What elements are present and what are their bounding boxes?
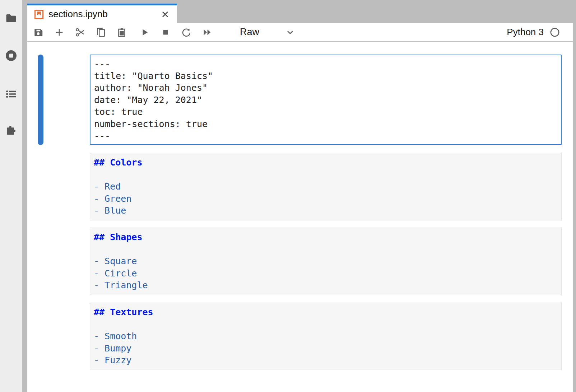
restart-run-all-button[interactable] [202, 27, 213, 38]
markdown-list-line: - Fuzzy [94, 354, 561, 367]
left-activity-sidebar [0, 0, 22, 392]
code-line: number-sections: true [94, 118, 561, 130]
paste-cells-button[interactable] [116, 27, 127, 38]
puzzle-icon [5, 124, 18, 137]
markdown-list-line: - Green [94, 193, 561, 205]
restart-icon [181, 27, 192, 38]
main-area: sections.ipynb [27, 0, 576, 392]
code-line: --- [94, 130, 561, 142]
code-line: author: "Norah Jones" [94, 82, 561, 94]
close-icon[interactable] [161, 10, 170, 19]
sidebar-item-file-browser[interactable] [5, 12, 18, 25]
cut-cells-button[interactable] [75, 27, 85, 38]
markdown-cell-shapes[interactable]: ## Shapes - Square - Circle - Triangle [90, 228, 562, 295]
folder-icon [5, 12, 18, 25]
markdown-header-line: ## Colors [94, 157, 561, 169]
raw-cell-editor[interactable]: --- title: "Quarto Basics" author: "Nora… [90, 55, 562, 145]
run-cell-button[interactable] [139, 27, 150, 38]
sidebar-item-extension-manager[interactable] [5, 124, 18, 137]
markdown-list-line: - Circle [94, 267, 561, 280]
chevron-down-icon [285, 27, 295, 37]
markdown-cell-colors[interactable]: ## Colors - Red - Green - Blue [90, 153, 562, 220]
code-line: title: "Quarto Basics" [94, 70, 561, 82]
stop-icon [160, 27, 171, 38]
code-line: toc: true [94, 106, 561, 118]
copy-cells-button[interactable] [96, 27, 106, 38]
code-line: --- [94, 58, 561, 70]
sidebar-item-table-of-contents[interactable] [5, 88, 18, 101]
stop-circle-icon [5, 49, 18, 62]
blank-line [94, 318, 561, 331]
cell-type-value: Raw [240, 27, 259, 38]
fast-forward-icon [202, 27, 213, 38]
kernel-name[interactable]: Python 3 [507, 27, 544, 38]
run-icon [139, 27, 150, 38]
insert-cell-button[interactable] [54, 27, 65, 38]
notebook-toolbar: Raw Python 3 [27, 23, 576, 42]
list-icon [5, 88, 18, 101]
markdown-cell-textures[interactable]: ## Textures - Smooth - Bumpy - Fuzzy [90, 303, 562, 370]
notebook-panel: --- title: "Quarto Basics" author: "Nora… [27, 42, 573, 392]
code-line: date: "May 22, 2021" [94, 94, 561, 106]
cell-type-select[interactable]: Raw [240, 27, 295, 38]
copy-icon [96, 27, 106, 38]
sidebar-item-running-sessions[interactable] [5, 49, 18, 62]
markdown-header-line: ## Shapes [94, 231, 561, 243]
blank-line [94, 169, 561, 181]
active-cell-collapser[interactable] [38, 55, 43, 145]
save-button[interactable] [33, 27, 44, 38]
markdown-list-line: - Square [94, 255, 561, 267]
markdown-list-line: - Smooth [94, 330, 561, 342]
sidebar-splitter[interactable] [22, 0, 27, 392]
cut-icon [75, 27, 85, 38]
markdown-list-line: - Bumpy [94, 342, 561, 355]
plus-icon [54, 27, 65, 38]
restart-kernel-button[interactable] [181, 27, 192, 38]
tab-bar: sections.ipynb [27, 0, 576, 23]
scrollbar-gutter [573, 0, 576, 392]
paste-icon [116, 27, 127, 38]
kernel-indicator: Python 3 [507, 27, 576, 38]
markdown-list-line: - Blue [94, 205, 561, 217]
kernel-status-circle-icon [550, 27, 560, 37]
interrupt-kernel-button[interactable] [160, 27, 171, 38]
notebook-icon [34, 9, 44, 20]
tab-title: sections.ipynb [48, 9, 108, 20]
markdown-list-line: - Red [94, 181, 561, 193]
blank-line [94, 243, 561, 256]
markdown-list-line: - Triangle [94, 279, 561, 291]
markdown-header-line: ## Textures [94, 306, 561, 318]
tab-sections-ipynb[interactable]: sections.ipynb [27, 4, 177, 23]
save-icon [33, 27, 44, 38]
